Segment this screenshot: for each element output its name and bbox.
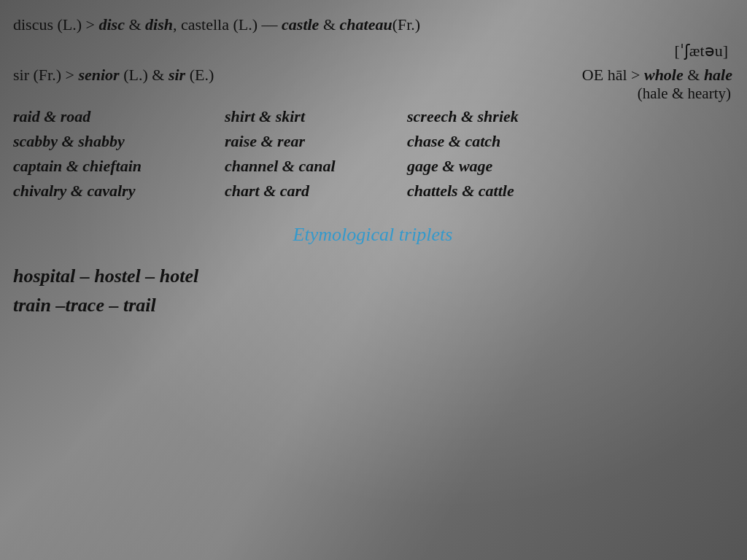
senior-word: senior [78,66,119,84]
oe-prefix: OE hāl > [582,66,644,84]
list-item: shirt & skirt [225,104,407,129]
hale-word: hale [704,66,732,84]
sir-line: sir (Fr.) > senior (L.) & sir (E.) OE hā… [13,66,732,103]
disc-word: disc [99,15,125,34]
list-item: hospital – hostel – hotel [13,262,732,291]
triplets-heading: Etymological triplets [13,224,732,246]
sir-word: sir [169,66,185,84]
list-item: chase & catch [407,129,684,154]
list-item: chart & card [225,179,407,203]
castle-word: castle [282,15,319,34]
list-item: screech & shriek [407,104,684,129]
sir-left: sir (Fr.) > senior (L.) & sir (E.) [13,66,214,85]
sir-right: OE hāl > whole & hale (hale & hearty) [582,66,732,103]
list-item: raid & road [13,104,225,129]
sir-prefix: sir (Fr.) > [13,66,78,84]
sir-suffix: (E.) [185,66,214,84]
list-item: gage & wage [407,154,684,179]
list-item: raise & rear [225,129,407,154]
triplets-list: hospital – hostel – hotel train –trace –… [13,262,732,321]
chateau-word: chateau [340,15,392,34]
amp3: & [684,66,704,84]
amp2: & [319,15,339,34]
col1: raid & road scabby & shabby captain & ch… [13,104,225,203]
phonetic-line: [ˈʃætəu] [13,39,732,63]
whole-word: whole [644,66,684,84]
col2: shirt & skirt raise & rear channel & can… [225,104,407,203]
list-item: train –trace – trail [13,291,732,320]
castella-middle: , castella (L.) — [173,15,282,34]
list-item: chivalry & cavalry [13,179,225,203]
discus-prefix: discus (L.) > [13,15,99,34]
list-item: channel & canal [225,154,407,179]
fr-suffix: (Fr.) [392,15,421,34]
col3: screech & shriek chase & catch gage & wa… [407,104,684,203]
list-item: scabby & shabby [13,129,225,154]
list-item: captain & chieftain [13,154,225,179]
amp1: & [125,15,145,34]
sir-middle: (L.) & [120,66,169,84]
list-item: chattels & cattle [407,179,684,203]
doublets-grid: raid & road scabby & shabby captain & ch… [13,104,732,203]
main-content: discus (L.) > disc & dish, castella (L.)… [0,0,747,328]
phonetic-text: [ˈʃætəu] [675,42,728,60]
dish-word: dish [145,15,173,34]
discus-line: discus (L.) > disc & dish, castella (L.)… [13,13,732,36]
hale-note: (hale & hearty) [582,85,731,103]
